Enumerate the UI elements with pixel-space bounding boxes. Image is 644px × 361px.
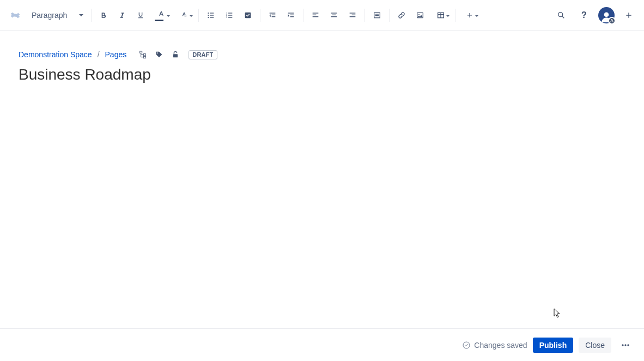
chevron-down-icon — [79, 14, 83, 16]
svg-rect-21 — [313, 16, 319, 17]
user-avatar[interactable]: A — [598, 7, 615, 23]
svg-point-4 — [208, 17, 209, 18]
avatar-badge: A — [608, 17, 616, 25]
help-icon: ? — [581, 10, 587, 20]
svg-text:3: 3 — [226, 16, 228, 19]
outdent-button[interactable] — [264, 7, 281, 24]
svg-rect-39 — [140, 51, 142, 53]
svg-rect-27 — [350, 16, 356, 17]
save-status: Changes saved — [462, 341, 527, 350]
paragraph-style-dropdown[interactable]: Paragraph — [28, 9, 88, 22]
editor-content: Demonstration Space / Pages DRAFT Busine… — [0, 31, 644, 84]
check-circle-icon — [462, 341, 471, 350]
svg-rect-14 — [272, 14, 276, 15]
align-center-button[interactable] — [325, 7, 343, 24]
image-button[interactable] — [411, 7, 429, 24]
breadcrumb-separator: / — [98, 50, 100, 59]
more-horizontal-icon — [620, 340, 631, 351]
svg-point-42 — [157, 52, 159, 53]
italic-button[interactable] — [113, 7, 131, 24]
svg-point-0 — [208, 13, 209, 14]
restrictions-button[interactable] — [170, 49, 181, 60]
publish-button[interactable]: Publish — [533, 338, 574, 353]
svg-rect-43 — [173, 54, 178, 57]
svg-point-32 — [418, 14, 420, 15]
help-button[interactable]: ? — [575, 7, 593, 24]
clear-formatting-button[interactable] — [173, 7, 195, 24]
tag-icon — [155, 50, 163, 59]
svg-rect-3 — [210, 15, 214, 15]
toolbar-separator — [303, 9, 303, 22]
svg-rect-22 — [331, 13, 337, 13]
indent-button[interactable] — [282, 7, 300, 24]
app-logo — [9, 9, 22, 22]
svg-rect-18 — [290, 16, 294, 17]
svg-rect-41 — [144, 56, 146, 58]
svg-rect-7 — [228, 13, 232, 13]
table-button[interactable] — [430, 7, 452, 24]
svg-rect-15 — [272, 16, 276, 17]
draft-badge: DRAFT — [189, 50, 217, 59]
numbered-list-button[interactable]: 123 — [221, 7, 238, 24]
layout-button[interactable] — [368, 7, 386, 24]
svg-rect-23 — [332, 14, 336, 15]
toolbar-separator — [455, 9, 455, 22]
more-actions-button[interactable] — [617, 336, 634, 354]
toolbar-separator — [91, 9, 92, 22]
bold-button[interactable] — [95, 7, 112, 24]
svg-rect-11 — [228, 17, 232, 17]
search-button[interactable] — [552, 7, 570, 24]
plus-icon — [624, 11, 633, 20]
svg-point-38 — [604, 12, 609, 17]
svg-rect-26 — [352, 14, 356, 15]
svg-rect-30 — [375, 15, 379, 16]
svg-point-36 — [558, 12, 563, 16]
align-left-button[interactable] — [307, 7, 324, 24]
svg-rect-1 — [210, 13, 214, 13]
svg-rect-9 — [228, 15, 232, 15]
svg-rect-17 — [290, 14, 294, 15]
save-status-text: Changes saved — [474, 341, 527, 350]
svg-rect-5 — [210, 17, 214, 17]
task-list-button[interactable] — [239, 7, 257, 24]
mouse-cursor — [554, 308, 562, 319]
underline-button[interactable] — [132, 7, 149, 24]
insert-more-button[interactable] — [459, 7, 481, 24]
svg-rect-40 — [144, 54, 146, 56]
link-button[interactable] — [393, 7, 410, 24]
svg-point-45 — [622, 344, 623, 346]
svg-rect-20 — [313, 14, 317, 15]
page-location-button[interactable] — [137, 49, 148, 60]
svg-rect-25 — [350, 13, 356, 13]
toolbar-separator — [198, 9, 199, 22]
invite-button[interactable] — [620, 7, 637, 24]
breadcrumb-pages-link[interactable]: Pages — [105, 50, 127, 59]
editor-footer: Changes saved Publish Close — [0, 328, 644, 361]
svg-line-37 — [562, 16, 564, 18]
text-color-button[interactable] — [150, 7, 172, 24]
bullet-list-button[interactable] — [202, 7, 220, 24]
toolbar-separator — [364, 9, 365, 22]
paragraph-style-label: Paragraph — [32, 11, 67, 20]
svg-point-47 — [627, 344, 629, 346]
page-title-input[interactable]: Business Roadmap — [19, 65, 625, 84]
svg-rect-13 — [270, 13, 276, 13]
editor-toolbar: Paragraph 123 — [0, 0, 644, 31]
align-right-button[interactable] — [344, 7, 361, 24]
search-icon — [557, 11, 566, 20]
toolbar-separator — [389, 9, 390, 22]
svg-point-2 — [208, 15, 209, 16]
breadcrumb: Demonstration Space / Pages DRAFT — [19, 49, 625, 60]
breadcrumb-space-link[interactable]: Demonstration Space — [19, 50, 92, 59]
unlock-icon — [171, 50, 180, 59]
svg-rect-19 — [313, 13, 319, 13]
svg-point-46 — [624, 344, 626, 346]
close-button[interactable]: Close — [579, 338, 611, 353]
labels-button[interactable] — [154, 49, 165, 60]
svg-rect-16 — [288, 13, 294, 13]
tree-icon — [138, 50, 147, 59]
toolbar-separator — [260, 9, 260, 22]
svg-rect-29 — [375, 14, 379, 14]
svg-rect-24 — [331, 16, 337, 17]
